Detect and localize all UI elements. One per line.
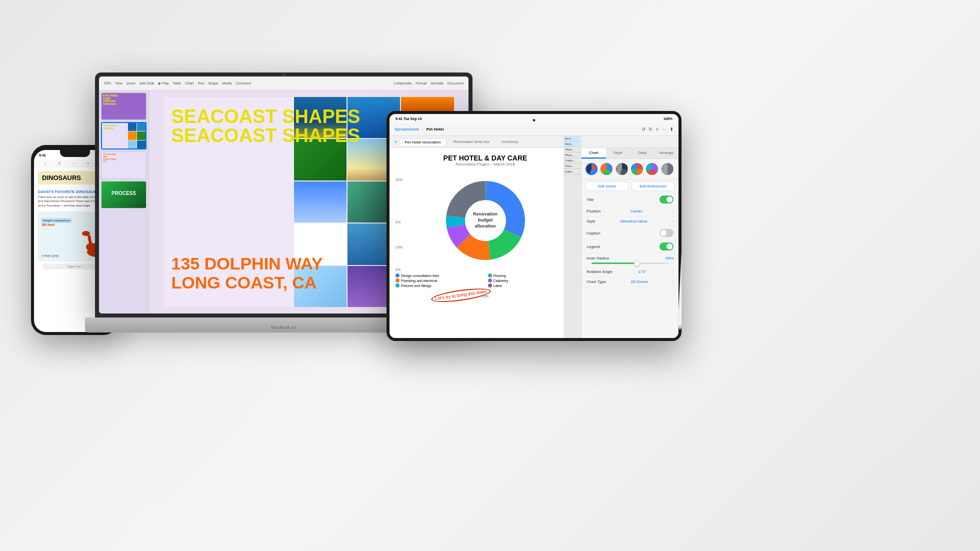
inline-item-floor: Floor...	[564, 148, 581, 152]
color-option-5[interactable]	[646, 163, 658, 175]
toolbar-document[interactable]: Document	[448, 82, 464, 85]
toolbar-comment[interactable]: Comment	[236, 82, 251, 85]
chart-title: PET HOTEL & DAY CARE	[396, 154, 575, 162]
chevron-charttype: ›	[672, 280, 674, 284]
inner-radius-slider[interactable]	[592, 262, 668, 264]
sidebar-rotation-row[interactable]: Rotation Angle 173° ›	[582, 267, 678, 277]
chart-legend: Design consultation fees Flooring Plumbi…	[396, 274, 575, 288]
toolbar-separator: ›	[422, 128, 423, 131]
inline-item-cabin: Cabin...	[564, 158, 581, 164]
charttype-label: Chart Type	[586, 280, 606, 284]
legend-label: Legend	[586, 244, 600, 249]
color-option-4[interactable]	[631, 163, 643, 175]
legend-design: Design consultation fees	[396, 274, 483, 278]
macbook-label: MacBook Air	[271, 325, 296, 330]
add-icon[interactable]: +	[656, 126, 658, 132]
tab-inventory[interactable]: Inventory	[496, 138, 523, 145]
sidebar-tab-style[interactable]: Style	[606, 148, 630, 158]
toolbar-text[interactable]: Text	[198, 82, 204, 85]
status-time: 9:41 Tue Sep 14	[396, 117, 422, 120]
color-picker-grid	[582, 159, 678, 179]
legend-dot-labor	[488, 284, 492, 288]
svg-point-7	[82, 231, 90, 236]
more-icon[interactable]: ⋯	[662, 126, 666, 132]
color-option-6[interactable]	[662, 163, 674, 175]
toolbar-format[interactable]: Format	[416, 82, 426, 85]
sidebar-style-row[interactable]: Style Helvetica Neue ›	[582, 216, 678, 226]
toolbar-icon-2[interactable]: ☰	[58, 162, 60, 165]
legend-dot-cabinetry	[488, 278, 492, 282]
inner-radius-value: 59%	[666, 256, 674, 260]
sidebar-position-row[interactable]: Position Center ›	[582, 206, 678, 216]
iphone-notch	[60, 150, 90, 157]
toolbar-media[interactable]: Media	[222, 82, 232, 85]
slide-thumb-4[interactable]: PROCESS	[101, 181, 146, 208]
numbers-toolbar[interactable]: Spreadsheets › Pet Hotel ↺ ↻ + ⋯ ⬆	[390, 123, 678, 136]
numbers-tab-bar: + Pet Hotel renovation Renovation time l…	[390, 136, 678, 148]
toolbar-zoom[interactable]: Zoom	[126, 82, 136, 85]
sidebar-tab-arrange[interactable]: Arrange	[654, 148, 679, 158]
spreadsheets-button[interactable]: Spreadsheets	[394, 127, 419, 132]
color-option-1[interactable]	[586, 163, 598, 175]
caption-label: Caption	[586, 231, 600, 236]
numbers-chart-area: 32% 5% 15% 9% 16% 23% PET HOTEL & DAY CA…	[390, 148, 581, 338]
sidebar-legend-row: Legend	[582, 240, 678, 254]
chart-annotation: Let's try to bring this down	[430, 286, 492, 304]
share-icon[interactable]: ⬆	[670, 126, 674, 132]
toolbar-icon-3[interactable]: +	[73, 162, 75, 165]
title-label: Title	[586, 198, 594, 202]
seacoast-address: 135 DOLPHIN WAY LONG COAST, CA	[172, 254, 323, 292]
toolbar-chart[interactable]: Chart	[185, 82, 194, 85]
keynote-toolbar[interactable]: 59% View Zoom Add Slide ▶ Play Table Cha…	[99, 76, 468, 90]
legend-label-flooring: Flooring	[494, 274, 506, 278]
toolbar-play[interactable]: ▶ Play	[158, 82, 169, 86]
redo-icon[interactable]: ↻	[648, 126, 652, 132]
photo-7	[294, 182, 346, 222]
zoom-label: 59%	[104, 82, 111, 85]
toolbar-icon-4[interactable]: ✎	[87, 162, 90, 165]
iphone-height2: 4 feet (me)	[42, 254, 59, 258]
sidebar-charttype-row[interactable]: Chart Type 2D Donut ›	[582, 277, 678, 287]
sidebar-tab-data[interactable]: Data	[630, 148, 654, 158]
position-label: Position	[586, 209, 600, 214]
iphone-time: 9:41	[39, 154, 46, 157]
tab-pet-hotel-renovation[interactable]: Pet Hotel renovation	[399, 138, 446, 146]
sidebar-tab-chart[interactable]: Chart	[582, 148, 606, 158]
slider-thumb[interactable]	[634, 260, 640, 266]
edit-references-button[interactable]: Edit References	[632, 182, 674, 191]
legend-cabinetry: Cabinetry	[488, 278, 576, 282]
legend-toggle[interactable]	[660, 242, 674, 250]
toolbar-animate[interactable]: Animate	[430, 82, 444, 85]
color-option-2[interactable]	[600, 163, 612, 175]
toolbar-table[interactable]: Table	[173, 82, 182, 85]
chevron-style: ›	[672, 219, 674, 224]
chevron-rotation: ›	[672, 270, 674, 274]
add-tab-button[interactable]: +	[394, 140, 397, 144]
sidebar-tabs[interactable]: Chart Style Data Arrange	[582, 148, 678, 159]
slide-thumb-2[interactable]: SEACOASTSHAPES	[101, 122, 146, 150]
caption-toggle[interactable]	[660, 229, 674, 237]
toolbar-icon-1[interactable]: ⟨	[44, 162, 46, 165]
donut-center-label: Renovation budget allocation	[468, 212, 503, 229]
title-toggle[interactable]	[660, 196, 674, 204]
slide-thumb-1[interactable]: EXPLORINGFORMTHROUGHFUNCTION	[101, 92, 146, 120]
toolbar-view[interactable]: View	[115, 82, 122, 85]
edit-series-button[interactable]: Edit Series	[586, 182, 628, 191]
inner-radius-header: Inner Radius 59%	[586, 256, 674, 260]
ipad-screen: 9:41 Tue Sep 14 100% Spreadsheets › Pet …	[390, 114, 678, 338]
numbers-app: 9:41 Tue Sep 14 100% Spreadsheets › Pet …	[390, 114, 678, 338]
toolbar-addslide[interactable]: Add Slide	[140, 82, 154, 85]
legend-dot-flooring	[488, 274, 492, 278]
legend-plumbing: Plumbing and electrical	[396, 278, 483, 282]
undo-icon[interactable]: ↺	[642, 126, 646, 132]
tab-renovation-timeline[interactable]: Renovation time line	[448, 138, 494, 145]
color-option-3[interactable]	[616, 163, 628, 175]
toolbar-collaborate[interactable]: Collaborate	[394, 82, 412, 85]
numbers-right-sidebar: Chart Style Data Arrange	[581, 148, 678, 338]
slide-thumb-3[interactable]: 135 DOLPHINWAYLONG COAST,CA	[101, 152, 146, 179]
sidebar-action-buttons[interactable]: Edit Series Edit References	[582, 179, 678, 193]
legend-label-plumbing: Plumbing and electrical	[401, 279, 437, 282]
numbers-status-bar: 9:41 Tue Sep 14 100%	[390, 114, 678, 123]
toolbar-shape[interactable]: Shape	[208, 82, 218, 85]
style-value: Helvetica Neue	[620, 219, 647, 224]
